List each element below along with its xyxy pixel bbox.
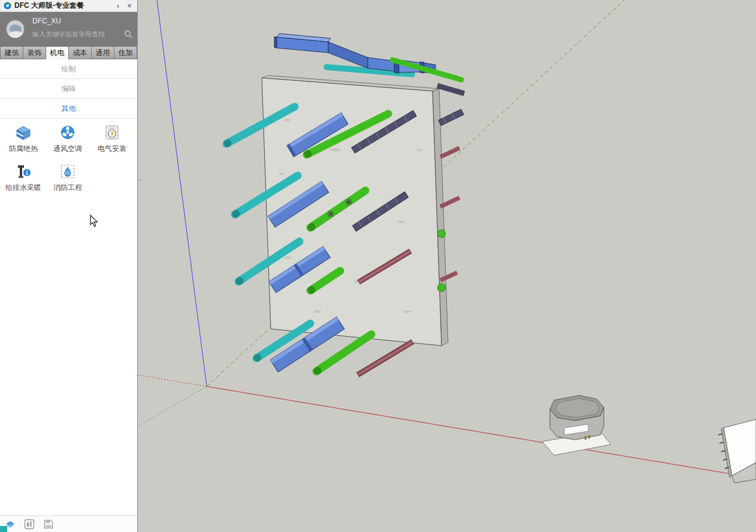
insulation-box-icon: [14, 123, 32, 141]
corner-accent: [0, 526, 7, 532]
panel-titlebar: DFC 大师版-专业套餐 ‹ ×: [0, 0, 137, 12]
fire-protection-icon: [59, 162, 77, 180]
avatar[interactable]: [6, 20, 25, 38]
building-icon[interactable]: [24, 519, 35, 530]
collapse-button[interactable]: ‹: [114, 2, 122, 10]
tool-label: 防腐绝热: [9, 144, 38, 154]
tab-mep[interactable]: 机电: [46, 46, 69, 59]
tab-extra[interactable]: 住加: [114, 46, 137, 59]
tool-ventilation-hvac[interactable]: 通风空调: [46, 123, 90, 154]
panel-bottom-toolbar: [0, 515, 137, 532]
application-window: DFC 大师版-专业套餐 ‹ × DFC_XU 建筑 装饰 机电 成本 通用 住…: [0, 0, 756, 532]
section-other[interactable]: 其他: [0, 99, 137, 119]
tool-label: 给排水采暖: [5, 183, 41, 193]
tab-general[interactable]: 通用: [92, 46, 114, 59]
tool-label: 电气安装: [98, 144, 126, 154]
category-tabs: 建筑 装饰 机电 成本 通用 住加: [0, 46, 137, 59]
ventilation-icon: [59, 123, 77, 141]
section-draw[interactable]: 绘制: [0, 59, 137, 79]
user-search-bar: DFC_XU: [0, 12, 137, 46]
tool-label: 消防工程: [53, 183, 82, 193]
viewport-3d-scene: [138, 0, 756, 532]
dfc-logo-icon: [4, 2, 11, 10]
tool-plumbing-heating[interactable]: 给排水采暖: [1, 162, 46, 193]
tab-decoration[interactable]: 装饰: [23, 46, 46, 59]
hvac-rooftop-unit[interactable]: [542, 395, 611, 455]
channel-row4: [357, 340, 414, 376]
section-edit[interactable]: 编辑: [0, 79, 137, 99]
panel-title: DFC 大师版-专业套餐: [14, 1, 111, 11]
tab-architecture[interactable]: 建筑: [0, 46, 23, 59]
close-button[interactable]: ×: [125, 2, 134, 10]
tool-electrical-install[interactable]: 电气安装: [90, 123, 134, 154]
tool-grid: 防腐绝热 通风空调: [0, 119, 137, 201]
save-icon[interactable]: [43, 519, 54, 530]
axes: [138, 0, 756, 478]
tab-cost[interactable]: 成本: [69, 46, 92, 59]
tool-fire-protection[interactable]: 消防工程: [46, 162, 90, 193]
tool-anticorrosion-insulation[interactable]: 防腐绝热: [1, 123, 46, 154]
edge-partial-unit[interactable]: [718, 419, 756, 483]
tool-label: 通风空调: [53, 144, 82, 154]
plumbing-icon: [14, 162, 32, 180]
viewport-3d[interactable]: [138, 0, 756, 532]
electrical-icon: [103, 123, 121, 141]
plugin-panel: DFC 大师版-专业套餐 ‹ × DFC_XU 建筑 装饰 机电 成本 通用 住…: [0, 0, 138, 532]
search-input[interactable]: [32, 29, 121, 40]
user-name: DFC_XU: [32, 17, 61, 25]
search-icon[interactable]: [124, 30, 132, 38]
